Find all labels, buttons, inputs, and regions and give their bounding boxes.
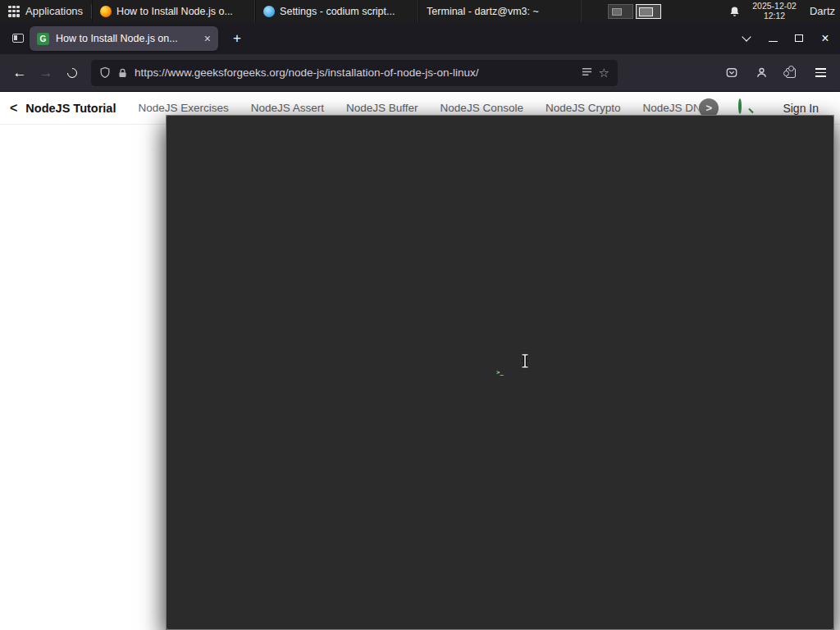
- browser-tab[interactable]: G How to Install Node.js on... ×: [30, 26, 218, 51]
- maximize-icon: [795, 34, 803, 42]
- applications-icon: [8, 6, 20, 17]
- taskbar-item-title: How to Install Node.js o...: [116, 6, 233, 17]
- reader-mode-icon[interactable]: [582, 67, 592, 78]
- scroll-left-icon[interactable]: <: [10, 101, 17, 116]
- tab-close-icon[interactable]: ×: [204, 33, 211, 44]
- clock-time: 12:12: [764, 11, 785, 21]
- hamburger-icon: [815, 68, 826, 76]
- menu-button[interactable]: [807, 60, 833, 86]
- reload-button[interactable]: [59, 60, 85, 86]
- extensions-button[interactable]: [778, 60, 804, 86]
- sign-in-link[interactable]: Sign In: [783, 102, 819, 115]
- new-tab-button[interactable]: +: [227, 29, 247, 48]
- minimize-icon: [769, 41, 778, 43]
- nav-link[interactable]: NodeJS Assert: [251, 102, 324, 114]
- reload-icon: [66, 66, 80, 80]
- applications-menu[interactable]: Applications: [0, 0, 91, 22]
- clock-date: 2025-12-02: [752, 2, 797, 11]
- search-icon[interactable]: [738, 100, 755, 116]
- pocket-button[interactable]: [719, 60, 745, 86]
- account-button[interactable]: [748, 60, 774, 86]
- nav-link[interactable]: NodeJS Crypto: [546, 102, 621, 114]
- chevron-down-icon: [742, 32, 751, 41]
- window-taskbar: How to Install Node.js o...Settings - co…: [92, 0, 582, 22]
- top-panel: Applications How to Install Node.js o...…: [0, 0, 840, 22]
- system-tray: 2025-12-02 12:12 Dartz: [728, 0, 840, 22]
- workspace-1[interactable]: [608, 4, 633, 19]
- lock-icon[interactable]: [117, 67, 128, 79]
- nav-link[interactable]: NodeJS Exercises: [138, 102, 228, 114]
- window-close-button[interactable]: ×: [812, 22, 838, 54]
- nav-link[interactable]: NodeJS Console: [441, 102, 523, 114]
- codium-icon: [263, 6, 275, 17]
- puzzle-icon: [786, 68, 796, 78]
- firefox-icon: [100, 6, 112, 17]
- tab-strip: G How to Install Node.js on... × + ×: [0, 22, 840, 54]
- nav-link[interactable]: NodeJS Buffer: [346, 102, 418, 114]
- taskbar-item-title: Settings - codium script...: [280, 6, 395, 17]
- panel-clock[interactable]: 2025-12-02 12:12: [752, 2, 797, 21]
- username-label: Dartz: [810, 5, 835, 17]
- bookmark-star-icon[interactable]: ☆: [599, 66, 609, 80]
- workspace-switcher: [608, 4, 661, 19]
- workspace-2[interactable]: [636, 4, 661, 19]
- firefox-view-button[interactable]: [7, 28, 29, 49]
- site-favicon: G: [37, 33, 49, 45]
- taskbar-item-title: Terminal - dartz@vm3: ~: [427, 6, 539, 17]
- tab-title: How to Install Node.js on...: [56, 33, 198, 44]
- applications-label: Applications: [25, 5, 83, 17]
- firefox-view-icon: [12, 34, 24, 43]
- list-all-tabs-button[interactable]: [733, 22, 760, 54]
- window-minimize-button[interactable]: [760, 22, 786, 54]
- navigation-toolbar: ← → https://www.geeksforgeeks.org/node-j…: [0, 54, 840, 92]
- gfg-nav-links: NodeJS TutorialNodeJS ExercisesNodeJS As…: [25, 102, 710, 115]
- nav-link[interactable]: NodeJS Tutorial: [25, 102, 116, 115]
- taskbar-item[interactable]: >_Terminal - dartz@vm3: ~: [418, 0, 582, 22]
- forward-button[interactable]: →: [33, 60, 59, 86]
- back-button[interactable]: ←: [7, 60, 33, 86]
- url-text: https://www.geeksforgeeks.org/node-js/in…: [135, 66, 575, 79]
- taskbar-item[interactable]: Settings - codium script...: [255, 0, 418, 22]
- window-restore-button[interactable]: [786, 22, 812, 54]
- tracking-shield-icon[interactable]: [99, 66, 111, 79]
- notification-bell-icon[interactable]: [728, 5, 741, 18]
- taskbar-item[interactable]: How to Install Node.js o...: [92, 0, 255, 22]
- address-bar[interactable]: https://www.geeksforgeeks.org/node-js/in…: [91, 60, 618, 86]
